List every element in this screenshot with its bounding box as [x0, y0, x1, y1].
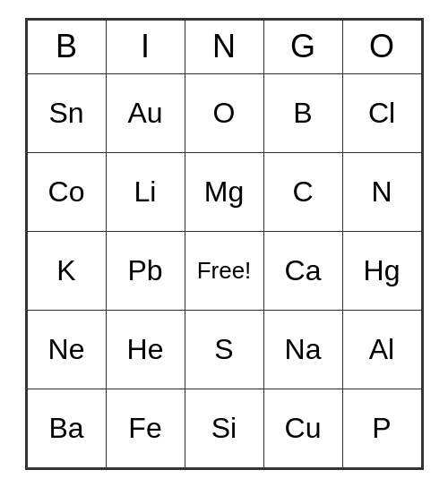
table-row: SnAuOBCl [27, 73, 421, 152]
cell-r1-c2: Mg [185, 152, 263, 231]
cell-r4-c0: Ba [27, 389, 106, 467]
cell-r1-c4: N [342, 152, 421, 231]
header-cell-i: I [106, 20, 185, 73]
cell-r0-c4: Cl [342, 73, 421, 152]
cell-r4-c2: Si [185, 389, 263, 467]
bingo-table: BINGO SnAuOBClCoLiMgCNKPbFree!CaHgNeHeSN… [27, 20, 422, 468]
header-row: BINGO [27, 20, 421, 73]
cell-r1-c3: C [263, 152, 342, 231]
cell-r3-c2: S [185, 310, 263, 389]
table-row: BaFeSiCuP [27, 389, 421, 467]
cell-r2-c4: Hg [342, 231, 421, 310]
cell-r0-c0: Sn [27, 73, 106, 152]
cell-r2-c2: Free! [185, 231, 263, 310]
bingo-card: BINGO SnAuOBClCoLiMgCNKPbFree!CaHgNeHeSN… [25, 18, 424, 470]
cell-r0-c2: O [185, 73, 263, 152]
table-row: NeHeSNaAl [27, 310, 421, 389]
cell-r4-c3: Cu [263, 389, 342, 467]
cell-r3-c3: Na [263, 310, 342, 389]
cell-r1-c0: Co [27, 152, 106, 231]
cell-r0-c3: B [263, 73, 342, 152]
cell-r2-c1: Pb [106, 231, 185, 310]
header-cell-o: O [342, 20, 421, 73]
cell-r4-c1: Fe [106, 389, 185, 467]
cell-r0-c1: Au [106, 73, 185, 152]
header-cell-b: B [27, 20, 106, 73]
table-row: CoLiMgCN [27, 152, 421, 231]
header-cell-g: G [263, 20, 342, 73]
table-row: KPbFree!CaHg [27, 231, 421, 310]
header-cell-n: N [185, 20, 263, 73]
cell-r4-c4: P [342, 389, 421, 467]
cell-r2-c0: K [27, 231, 106, 310]
cell-r3-c4: Al [342, 310, 421, 389]
cell-r1-c1: Li [106, 152, 185, 231]
cell-r3-c1: He [106, 310, 185, 389]
cell-r3-c0: Ne [27, 310, 106, 389]
cell-r2-c3: Ca [263, 231, 342, 310]
